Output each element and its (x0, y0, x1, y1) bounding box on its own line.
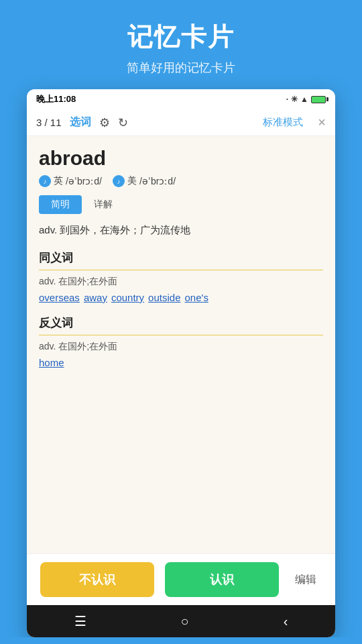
phonetic-uk-label: 英 (54, 175, 63, 187)
definition-tabs: 简明 详解 (39, 195, 323, 214)
speaker-uk-icon[interactable]: ♪ (39, 175, 51, 187)
status-bar: 晚上11:08 · ✳ ▲ (27, 89, 335, 109)
phonetic-uk-text: /əˈbrɔːd/ (66, 176, 102, 186)
synonym-word[interactable]: one's (184, 292, 208, 303)
synonym-title: 同义词 (39, 250, 323, 270)
synonym-word[interactable]: outside (148, 292, 180, 303)
select-words-button[interactable]: 选词 (70, 115, 91, 129)
status-icons: · ✳ ▲ (286, 95, 326, 104)
refresh-icon[interactable]: ↻ (118, 115, 128, 130)
app-title: 记忆卡片 (13, 20, 349, 54)
phonetic-us: ♪ 美 /əˈbrɔːd/ (113, 175, 176, 187)
synonym-section: 同义词 adv. 在国外;在外面 overseasawaycountryouts… (39, 250, 323, 303)
card-count: 3 / 11 (36, 117, 62, 128)
status-time: 晚上11:08 (36, 93, 76, 105)
phonetics: ♪ 英 /əˈbrɔːd/ ♪ 美 /əˈbrɔːd/ (39, 175, 323, 187)
bottom-spacing (0, 637, 362, 644)
battery-icon (311, 96, 326, 103)
phonetic-us-text: /əˈbrɔːd/ (139, 176, 176, 186)
mode-button[interactable]: 标准模式 (263, 116, 303, 129)
nav-home-icon[interactable]: ○ (181, 614, 189, 629)
close-button[interactable]: × (318, 115, 326, 130)
speaker-us-icon[interactable]: ♪ (113, 175, 125, 187)
antonym-section: 反义词 adv. 在国外;在外面 home (39, 315, 323, 368)
tab-detail[interactable]: 详解 (82, 195, 125, 214)
word-title: abroad (39, 147, 323, 170)
antonym-title: 反义词 (39, 315, 323, 335)
tab-simple[interactable]: 简明 (39, 195, 82, 214)
nav-bar: ☰ ○ ‹ (27, 605, 335, 637)
nav-back-icon[interactable]: ‹ (284, 614, 288, 629)
edit-button[interactable]: 编辑 (290, 568, 322, 592)
synonym-word[interactable]: away (84, 292, 107, 303)
bottom-actions: 不认识 认识 编辑 (27, 553, 335, 605)
settings-icon[interactable]: ⚙ (99, 115, 110, 130)
phonetic-uk: ♪ 英 /əˈbrɔːd/ (39, 175, 102, 187)
app-subtitle: 简单好用的记忆卡片 (13, 60, 349, 76)
unknown-button[interactable]: 不认识 (40, 562, 154, 597)
card-body: abroad ♪ 英 /əˈbrɔːd/ ♪ 美 /əˈbrɔːd/ 简明 详解… (27, 136, 335, 553)
phonetic-us-label: 美 (127, 175, 137, 187)
synonym-words: overseasawaycountryoutsideone's (39, 292, 323, 303)
bluetooth-icon: · (286, 95, 288, 104)
synonym-definition: adv. 在国外;在外面 (39, 276, 323, 288)
toolbar: 3 / 11 选词 ⚙ ↻ 标准模式 × (27, 109, 335, 136)
antonym-word[interactable]: home (39, 357, 64, 368)
phone-frame: 晚上11:08 · ✳ ▲ 3 / 11 选词 ⚙ ↻ 标准模式 × abroa… (27, 89, 335, 637)
signal-icon: ✳ (291, 95, 298, 104)
antonym-words: home (39, 357, 323, 368)
wifi-icon: ▲ (300, 95, 308, 104)
app-header: 记忆卡片 简单好用的记忆卡片 (0, 0, 362, 89)
synonym-word[interactable]: overseas (39, 292, 80, 303)
synonym-word[interactable]: country (111, 292, 144, 303)
antonym-definition: adv. 在国外;在外面 (39, 341, 323, 353)
known-button[interactable]: 认识 (165, 562, 279, 597)
main-definition: adv. 到国外，在海外；广为流传地 (39, 222, 323, 238)
nav-menu-icon[interactable]: ☰ (74, 613, 86, 629)
